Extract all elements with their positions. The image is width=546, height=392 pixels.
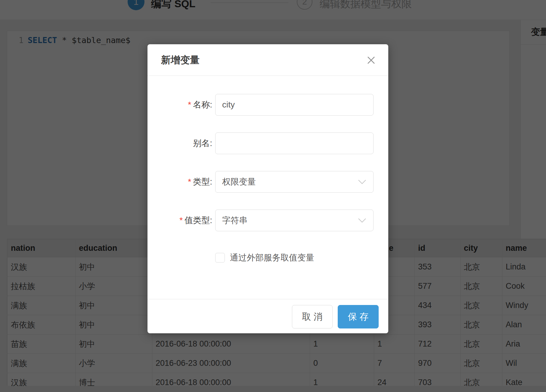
field-label: * 类型: xyxy=(147,171,212,193)
field-input[interactable]: city xyxy=(215,94,374,116)
save-button[interactable]: 保 存 xyxy=(338,305,379,328)
field-label-text: 类型: xyxy=(193,176,212,188)
external-service-checkbox-row: 通过外部服务取值变量 xyxy=(215,253,388,263)
form-row: * 类型: 权限变量 xyxy=(147,171,388,193)
add-variable-modal: 新增变量 * 名称: city * 别名: xyxy=(147,44,388,333)
required-asterisk: * xyxy=(188,177,191,187)
field-select[interactable]: 字符串 xyxy=(215,210,374,231)
external-service-checkbox[interactable] xyxy=(215,253,225,263)
field-value: 字符串 xyxy=(222,215,247,226)
external-service-checkbox-label: 通过外部服务取值变量 xyxy=(230,252,314,263)
form-row: * 别名: xyxy=(147,132,388,154)
field-input[interactable] xyxy=(215,132,374,154)
form-row: * 名称: city xyxy=(147,94,388,116)
chevron-down-icon xyxy=(358,180,366,185)
modal-title: 新增变量 xyxy=(161,44,200,76)
modal-body: * 名称: city * 别名: * 类型: 权限变量 xyxy=(147,76,388,263)
field-label: * 值类型: xyxy=(147,210,212,231)
field-label-text: 名称: xyxy=(193,99,212,110)
modal-footer: 取 消 保 存 xyxy=(147,299,388,333)
field-label-text: 值类型: xyxy=(185,215,212,226)
required-asterisk: * xyxy=(179,216,183,225)
cancel-button[interactable]: 取 消 xyxy=(292,305,333,328)
close-icon[interactable] xyxy=(366,55,376,65)
chevron-down-icon xyxy=(358,218,366,223)
app-root: 1 编写 SQL 2 编辑数据模型与权限 1SELECT * $table_na… xyxy=(0,0,546,392)
field-label: * 名称: xyxy=(147,94,212,116)
field-label-text: 别名: xyxy=(193,138,212,149)
field-select[interactable]: 权限变量 xyxy=(215,171,374,193)
field-label: * 别名: xyxy=(147,132,212,154)
form-row: * 值类型: 字符串 xyxy=(147,210,388,231)
modal-header: 新增变量 xyxy=(147,44,388,76)
required-asterisk: * xyxy=(188,100,191,110)
field-value: 权限变量 xyxy=(222,176,256,188)
field-value: city xyxy=(222,100,235,110)
